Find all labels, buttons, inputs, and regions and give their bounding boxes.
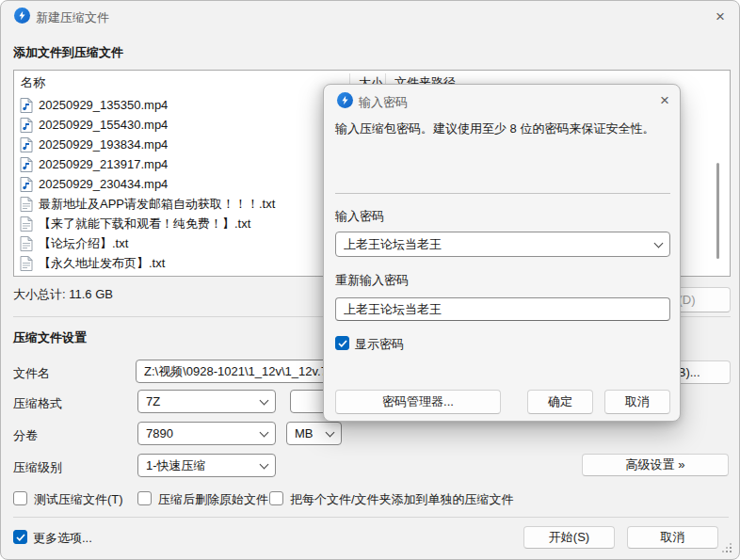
file-name: 20250929_213917.mp4	[39, 157, 168, 171]
separate-archives-label: 把每个文件/文件夹添加到单独的压缩文件	[290, 491, 514, 508]
volume-size-select[interactable]: 7890	[137, 422, 276, 445]
window-close-icon[interactable]: ×	[711, 8, 730, 26]
format-label: 压缩格式	[13, 395, 62, 412]
text-file-icon	[20, 197, 33, 212]
confirm-password-label: 重新输入密码	[335, 272, 409, 289]
file-name: 20250929_230434.mp4	[39, 177, 168, 191]
ok-button[interactable]: 确定	[527, 390, 593, 414]
chevron-down-icon	[260, 459, 269, 469]
chevron-down-icon	[260, 395, 269, 405]
chevron-down-icon	[654, 238, 664, 248]
password-dialog: 输入密码 × 输入压缩包密码。建议使用至少 8 位的密码来保证安全性。 输入密码…	[323, 84, 681, 422]
text-file-icon	[20, 256, 33, 271]
title-bar: 新建压缩文件 ×	[1, 1, 739, 35]
new-archive-window: 新建压缩文件 × 添加文件到压缩文件 名称 大小 文件夹路径 20250929_…	[0, 0, 740, 560]
media-file-icon	[20, 157, 33, 172]
password-label: 输入密码	[335, 208, 384, 225]
check-icon	[338, 340, 347, 347]
start-button[interactable]: 开始(S)	[523, 526, 615, 549]
media-file-icon	[20, 118, 33, 133]
dialog-close-icon[interactable]: ×	[655, 91, 674, 110]
filename-label: 文件名	[13, 365, 50, 382]
dialog-title: 输入密码	[359, 94, 408, 111]
bandizip-logo-icon	[337, 92, 353, 108]
text-file-icon	[20, 236, 33, 251]
confirm-password-input[interactable]	[335, 297, 670, 321]
file-name: 20250929_155430.mp4	[39, 118, 168, 132]
add-files-heading: 添加文件到压缩文件	[13, 44, 123, 61]
advanced-settings-button[interactable]: 高级设置 »	[582, 454, 729, 476]
chevron-down-icon	[326, 427, 335, 437]
file-name: 【来了就能下载和观看！纯免费！】.txt	[39, 216, 250, 232]
dialog-message: 输入压缩包密码。建议使用至少 8 位的密码来保证安全性。	[335, 120, 670, 137]
volume-unit-select[interactable]: MB	[286, 422, 342, 445]
window-title: 新建压缩文件	[36, 9, 109, 26]
cancel-button[interactable]: 取消	[627, 526, 718, 549]
show-password-label: 显示密码	[355, 336, 404, 353]
dialog-divider	[335, 193, 670, 194]
test-archive-label: 测试压缩文件(T)	[34, 491, 123, 508]
bandizip-logo-icon	[14, 8, 30, 24]
media-file-icon	[20, 177, 33, 192]
separate-archives-checkbox[interactable]	[269, 491, 283, 505]
archive-settings-heading: 压缩文件设置	[13, 329, 87, 346]
text-file-icon	[20, 216, 33, 232]
media-file-icon	[20, 137, 33, 152]
password-combobox[interactable]	[335, 232, 670, 257]
check-icon	[16, 534, 25, 541]
password-manager-button[interactable]: 密码管理器...	[335, 390, 501, 414]
show-password-checkbox[interactable]	[335, 336, 349, 350]
level-select[interactable]: 1-快速压缩	[137, 454, 276, 477]
volume-label: 分卷	[13, 427, 38, 444]
delete-after-label: 压缩后删除原始文件	[158, 491, 268, 508]
chevron-down-icon	[260, 427, 269, 437]
footer-divider	[13, 517, 729, 518]
test-archive-checkbox[interactable]	[13, 491, 27, 505]
resize-grip[interactable]	[722, 543, 732, 552]
delete-after-checkbox[interactable]	[137, 491, 152, 505]
list-scrollbar[interactable]	[716, 163, 719, 259]
file-name: 最新地址及APP请发邮箱自动获取！！！.txt	[39, 196, 275, 213]
file-name: 【永久地址发布页】.txt	[39, 255, 165, 272]
format-select[interactable]: 7Z	[137, 390, 276, 413]
file-name: 【论坛介绍】.txt	[39, 235, 128, 252]
level-label: 压缩级别	[13, 459, 62, 476]
total-size-label: 大小总计: 11.6 GB	[13, 286, 113, 303]
file-name: 20250929_135350.mp4	[39, 98, 168, 112]
media-file-icon	[20, 98, 33, 113]
file-name: 20250929_193834.mp4	[39, 137, 168, 152]
column-name[interactable]: 名称	[21, 74, 45, 91]
more-options-checkbox[interactable]	[13, 530, 27, 544]
dialog-cancel-button[interactable]: 取消	[604, 390, 670, 414]
more-options-label: 更多选项...	[33, 530, 92, 547]
